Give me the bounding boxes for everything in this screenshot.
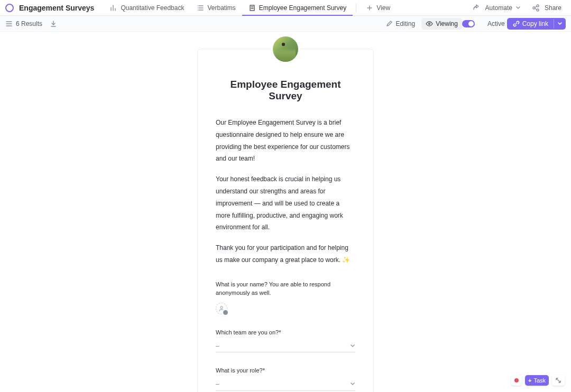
link-icon	[512, 20, 520, 27]
form-canvas: Employee Engagement Survey Our Employee …	[0, 32, 571, 392]
tab-quantitative-feedback[interactable]: Quantitative Feedback	[104, 0, 190, 15]
tab-label: Verbatims	[207, 4, 235, 12]
role-select[interactable]: –	[216, 380, 355, 391]
new-task-button[interactable]: + Task	[525, 375, 549, 386]
form-card: Employee Engagement Survey Our Employee …	[197, 49, 374, 392]
workspace-title: Engagement Surveys	[19, 4, 94, 12]
tab-separator	[356, 4, 356, 12]
pencil-icon	[385, 20, 393, 27]
share-icon	[532, 4, 542, 12]
chevron-down-icon	[350, 343, 355, 349]
automate-icon	[473, 4, 483, 12]
plus-icon: +	[528, 377, 531, 384]
form-title: Employee Engagement Survey	[216, 79, 355, 102]
assignee-avatar-input[interactable]	[216, 303, 227, 314]
question-role: What is your role?* –	[216, 366, 355, 391]
active-toggle[interactable]	[462, 20, 475, 27]
results-count-label: 6 Results	[16, 20, 42, 27]
app-bar: Engagement Surveys Quantitative Feedback…	[0, 0, 571, 16]
copy-link-label: Copy link	[522, 20, 548, 27]
question-label: What is your role?*	[216, 366, 355, 375]
expand-icon	[555, 377, 561, 384]
results-count-button[interactable]: 6 Results	[5, 20, 57, 27]
viewing-label: Viewing	[436, 20, 458, 27]
share-button[interactable]: Share	[528, 2, 566, 14]
record-icon	[514, 378, 519, 382]
select-value: –	[216, 380, 219, 388]
copy-link-dropdown[interactable]	[554, 19, 566, 29]
list-icon	[197, 4, 204, 12]
list-lines-icon	[5, 20, 13, 27]
tab-label: View	[376, 4, 390, 12]
svg-point-3	[429, 23, 430, 24]
team-select[interactable]: –	[216, 342, 355, 352]
question-name: What is your name? You are able to respo…	[216, 280, 355, 314]
download-button[interactable]	[50, 20, 57, 27]
viewing-mode-button[interactable]: Viewing	[421, 18, 462, 30]
record-clip-button[interactable]	[511, 375, 522, 386]
results-toolbar: 6 Results Editing Viewing Active Cop	[0, 16, 571, 32]
chevron-down-icon	[557, 21, 563, 26]
chevron-down-icon	[515, 5, 523, 11]
plus-icon	[366, 4, 373, 12]
app-logo[interactable]	[5, 4, 14, 12]
tab-label: Employee Engagement Survey	[259, 4, 346, 12]
view-tabs: Quantitative Feedback Verbatims Employee…	[104, 0, 397, 15]
question-label: Which team are you on?*	[216, 328, 355, 337]
question-team: Which team are you on?* –	[216, 328, 355, 353]
share-label: Share	[545, 4, 561, 12]
tab-verbatims[interactable]: Verbatims	[190, 0, 242, 15]
automate-button[interactable]: Automate	[468, 2, 528, 14]
form-header-image	[273, 36, 298, 62]
chevron-down-icon	[350, 381, 355, 387]
automate-label: Automate	[485, 4, 512, 12]
tab-employee-engagement-survey[interactable]: Employee Engagement Survey	[242, 0, 353, 15]
editing-mode-button[interactable]: Editing	[381, 18, 419, 30]
select-value: –	[216, 342, 219, 350]
floating-actions: + Task	[511, 375, 565, 386]
active-label: Active	[487, 20, 505, 27]
form-description: Our Employee Engagement Survey is a brie…	[216, 117, 355, 266]
eye-icon	[426, 20, 433, 27]
expand-button[interactable]	[552, 375, 565, 386]
task-label: Task	[533, 377, 546, 384]
copy-link-button[interactable]: Copy link	[507, 18, 566, 30]
editing-label: Editing	[395, 20, 415, 27]
tab-label: Quantitative Feedback	[121, 4, 184, 12]
question-label: What is your name? You are able to respo…	[216, 280, 355, 297]
bar-chart-icon	[110, 4, 117, 12]
add-view-button[interactable]: View	[360, 0, 397, 15]
copy-link-main[interactable]: Copy link	[507, 18, 554, 30]
form-icon	[248, 4, 256, 12]
